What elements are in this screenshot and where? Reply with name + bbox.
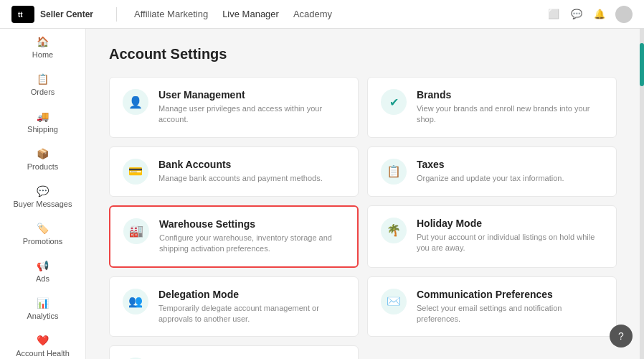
user-management-title: User Management <box>158 89 345 101</box>
svg-text:tt: tt <box>18 11 23 19</box>
messages-icon: 💬 <box>37 185 49 197</box>
sidebar-orders-label: Orders <box>31 88 55 96</box>
delegation-mode-info: Delegation Mode Temporarily delegate acc… <box>158 289 345 325</box>
card-warehouse-settings[interactable]: 🏭 Warehouse Settings Configure your ware… <box>109 205 359 268</box>
communication-preferences-title: Communication Preferences <box>417 289 603 300</box>
products-icon: 📦 <box>37 148 49 159</box>
nav-live-manager[interactable]: Live Manager <box>222 9 279 19</box>
scrollbar-thumb <box>640 43 644 86</box>
card-delegation-mode[interactable]: 👥 Delegation Mode Temporarily delegate a… <box>109 276 359 337</box>
orders-icon: 📋 <box>37 73 49 85</box>
card-brands[interactable]: ✔ Brands View your brands and enroll new… <box>367 77 617 138</box>
top-navigation: tt Seller Center Affiliate Marketing Liv… <box>0 0 644 29</box>
right-scrollbar[interactable] <box>640 29 644 359</box>
nav-divider <box>116 7 117 22</box>
user-avatar[interactable] <box>615 6 633 23</box>
holiday-mode-icon: 🌴 <box>381 218 407 243</box>
card-communication-preferences[interactable]: ✉️ Communication Preferences Select your… <box>367 276 617 337</box>
warehouse-settings-info: Warehouse Settings Configure your wareho… <box>159 218 344 255</box>
bell-icon[interactable]: 🔔 <box>592 7 607 22</box>
sidebar-buyer-messages-label: Buyer Messages <box>14 200 72 208</box>
analytics-icon: 📊 <box>37 297 49 309</box>
taxes-info: Taxes Organize and update your tax infor… <box>417 159 603 185</box>
home-icon: 🏠 <box>37 36 49 47</box>
help-button[interactable]: ? <box>610 325 633 348</box>
delegation-mode-desc: Temporarily delegate account management … <box>158 303 345 325</box>
taxes-icon: 📋 <box>381 159 407 185</box>
main-content: Account Settings 👤 User Management Manag… <box>86 29 640 359</box>
communication-preferences-desc: Select your email settings and notificat… <box>417 303 603 325</box>
nav-right-area: ⬜ 💬 🔔 <box>546 6 633 23</box>
account-health-icon: ❤️ <box>37 335 49 346</box>
brands-icon: ✔ <box>381 89 407 115</box>
sidebar-item-account-health[interactable]: ❤️ Account Health <box>0 327 85 359</box>
sidebar-item-home[interactable]: 🏠 Home <box>0 29 85 66</box>
sidebar-account-health-label: Account Health <box>16 349 70 358</box>
card-holiday-mode[interactable]: 🌴 Holiday Mode Put your account or indiv… <box>367 205 617 268</box>
sidebar-item-analytics[interactable]: 📊 Analytics <box>0 290 85 327</box>
communication-preferences-info: Communication Preferences Select your em… <box>417 289 603 325</box>
sidebar-shipping-label: Shipping <box>27 125 58 134</box>
warehouse-settings-icon: 🏭 <box>123 218 149 244</box>
logo-text: Seller Center <box>40 9 93 19</box>
warehouse-settings-title: Warehouse Settings <box>159 218 344 230</box>
nav-affiliate-marketing[interactable]: Affiliate Marketing <box>134 9 208 19</box>
page-title: Account Settings <box>109 46 617 62</box>
sidebar-item-buyer-messages[interactable]: 💬 Buyer Messages <box>0 178 85 215</box>
bank-accounts-info: Bank Accounts Manage bank accounts and p… <box>158 159 345 185</box>
tiktok-logo: tt <box>11 6 34 23</box>
user-management-info: User Management Manage user privileges a… <box>158 89 345 126</box>
card-bank-accounts[interactable]: 💳 Bank Accounts Manage bank accounts and… <box>109 146 359 197</box>
bank-accounts-desc: Manage bank accounts and payment methods… <box>158 173 345 184</box>
card-taxes[interactable]: 📋 Taxes Organize and update your tax inf… <box>367 146 617 197</box>
taxes-title: Taxes <box>417 159 603 170</box>
sidebar-item-shipping[interactable]: 🚚 Shipping <box>0 103 85 141</box>
user-management-icon: 👤 <box>123 89 148 115</box>
sidebar-item-orders[interactable]: 📋 Orders <box>0 66 85 103</box>
user-management-desc: Manage user privileges and access within… <box>158 103 345 126</box>
nav-links: Affiliate Marketing Live Manager Academy <box>134 9 332 19</box>
body-layout: 🏠 Home 📋 Orders 🚚 Shipping 📦 Products 💬 … <box>0 29 644 359</box>
settings-cards-grid: 👤 User Management Manage user privileges… <box>109 77 617 359</box>
sidebar-home-label: Home <box>32 50 53 59</box>
card-user-management[interactable]: 👤 User Management Manage user privileges… <box>109 77 359 138</box>
bank-accounts-title: Bank Accounts <box>158 159 345 170</box>
tablet-icon[interactable]: ⬜ <box>546 7 561 22</box>
holiday-mode-desc: Put your account or individual listings … <box>417 232 603 254</box>
sidebar-item-products[interactable]: 📦 Products <box>0 141 85 178</box>
logo-area: tt Seller Center <box>11 6 93 23</box>
sidebar-promotions-label: Promotions <box>23 237 63 246</box>
chat-icon[interactable]: 💬 <box>569 7 584 22</box>
sidebar-products-label: Products <box>27 162 58 171</box>
brands-info: Brands View your brands and enroll new b… <box>417 89 603 126</box>
holiday-mode-info: Holiday Mode Put your account or individ… <box>417 218 603 256</box>
brands-title: Brands <box>417 89 603 101</box>
taxes-desc: Organize and update your tax information… <box>417 173 603 184</box>
sidebar-analytics-label: Analytics <box>27 312 58 320</box>
communication-preferences-icon: ✉️ <box>381 289 407 314</box>
shipping-icon: 🚚 <box>37 111 49 122</box>
promotions-icon: 🏷️ <box>37 223 49 234</box>
bank-accounts-icon: 💳 <box>123 159 148 185</box>
delegation-mode-icon: 👥 <box>123 289 148 314</box>
card-close-shop-account[interactable]: 🏪 Close Shop Account Close your shop acc… <box>109 345 359 359</box>
sidebar-item-promotions[interactable]: 🏷️ Promotions <box>0 215 85 253</box>
sidebar-ads-label: Ads <box>36 274 49 283</box>
brands-desc: View your brands and enroll new brands i… <box>417 103 603 126</box>
ads-icon: 📢 <box>37 260 49 271</box>
sidebar: 🏠 Home 📋 Orders 🚚 Shipping 📦 Products 💬 … <box>0 29 86 359</box>
nav-academy[interactable]: Academy <box>293 9 332 19</box>
delegation-mode-title: Delegation Mode <box>158 289 345 300</box>
holiday-mode-title: Holiday Mode <box>417 218 603 229</box>
sidebar-item-ads[interactable]: 📢 Ads <box>0 253 85 290</box>
warehouse-settings-desc: Configure your warehouse, inventory stor… <box>159 233 344 255</box>
